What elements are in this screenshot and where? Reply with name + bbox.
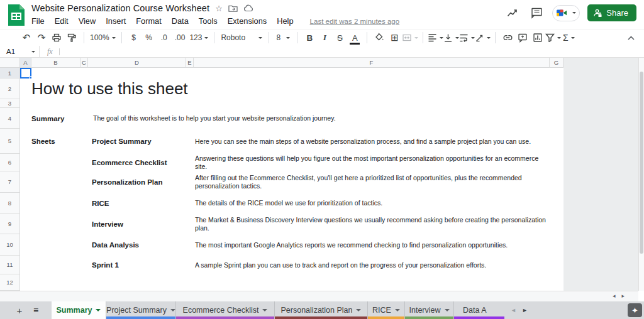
tab-interview[interactable]: Interview (405, 301, 454, 319)
row-header-3[interactable]: 3 (0, 99, 20, 108)
menu-file[interactable]: File (31, 16, 50, 26)
row-header-11[interactable]: 11 (0, 256, 20, 274)
sheet-row-ecommerce-checklist[interactable]: Ecommerce Checklist Answering these ques… (20, 154, 564, 171)
sheet-row-data-analysis[interactable]: Data Analysis The most important Google … (20, 234, 564, 256)
bold-button[interactable]: B (302, 30, 317, 45)
horizontal-align-button[interactable] (428, 30, 443, 45)
row-header-2[interactable]: 2 (0, 78, 20, 99)
selected-cell-a1[interactable] (20, 68, 31, 78)
meet-dropdown-caret[interactable] (572, 12, 576, 14)
menu-tools[interactable]: Tools (194, 16, 223, 26)
cell-area[interactable]: How to use this sheet Summary The goal o… (20, 68, 564, 291)
menu-extensions[interactable]: Extensions (223, 16, 272, 26)
menu-help[interactable]: Help (272, 16, 298, 26)
row-header-9[interactable]: 9 (0, 214, 20, 234)
cloud-saved-icon[interactable] (243, 4, 253, 12)
sheet-row-rice[interactable]: RICE The details of the RICE model we us… (20, 193, 564, 214)
row-header-4[interactable]: 4 (0, 108, 20, 129)
insert-comment-button[interactable] (515, 30, 530, 45)
document-title[interactable]: Website Personalization Course Worksheet (31, 3, 209, 13)
cell-summary-desc[interactable]: The goal of this worksheet is to help yo… (93, 108, 336, 129)
menu-data[interactable]: Data (167, 16, 194, 26)
paint-format-button[interactable] (64, 30, 79, 45)
increase-decimal-button[interactable]: .00 (172, 30, 189, 45)
text-rotation-button[interactable] (475, 30, 491, 45)
row-header-10[interactable]: 10 (0, 234, 20, 256)
vertical-scrollbar-thumb[interactable] (640, 72, 643, 254)
scroll-right-icon[interactable]: ▸ (621, 293, 625, 299)
comment-history-icon[interactable] (528, 5, 545, 21)
vertical-scrollbar[interactable] (638, 58, 644, 291)
menu-edit[interactable]: Edit (50, 16, 74, 26)
sheet-row-personalization-plan[interactable]: Personalization Plan After filling out t… (20, 171, 564, 193)
text-color-button[interactable]: A (347, 30, 362, 45)
tab-project-summary[interactable]: Project Summary (106, 301, 176, 319)
column-header-f[interactable]: F (194, 58, 550, 68)
share-button[interactable]: Share (587, 4, 636, 21)
scroll-left-icon[interactable]: ◂ (613, 293, 616, 299)
select-all-corner[interactable] (0, 58, 20, 68)
tab-scroll-right-icon[interactable]: ► (522, 307, 528, 313)
meet-call-button[interactable] (552, 5, 580, 21)
tab-scroll-left-icon[interactable]: ◄ (511, 307, 516, 313)
sheets-logo-icon[interactable] (7, 3, 26, 27)
format-currency-button[interactable]: $ (126, 30, 142, 45)
column-header-c[interactable]: C (80, 58, 88, 68)
row-header-6[interactable]: 6 (0, 154, 20, 171)
create-filter-button[interactable] (545, 30, 561, 45)
number-format-menu[interactable]: 123 (188, 30, 209, 45)
italic-button[interactable]: I (317, 30, 332, 45)
horizontal-scrollbar[interactable]: ◂ ▸ (0, 291, 638, 301)
zoom-selector[interactable]: 100% (89, 30, 117, 45)
font-selector[interactable]: Roboto (219, 30, 264, 45)
merge-cells-button[interactable] (402, 30, 418, 45)
tab-personalization-plan[interactable]: Personalization Plan (275, 301, 368, 319)
move-to-folder-icon[interactable] (228, 4, 238, 13)
cell-summary-label[interactable]: Summary (31, 108, 64, 129)
insights-icon[interactable] (504, 5, 521, 21)
tab-ecommerce-checklist[interactable]: Ecommerce Checklist (176, 301, 275, 319)
all-sheets-button[interactable]: ≡ (28, 301, 44, 319)
format-percent-button[interactable]: % (142, 30, 157, 45)
tab-data-analysis-clipped[interactable]: Data A (454, 301, 504, 319)
last-edit-link[interactable]: Last edit was 2 minutes ago (310, 18, 400, 25)
undo-button[interactable]: ↶ (19, 30, 34, 45)
redo-button[interactable]: ↷ (34, 30, 49, 45)
column-header-g[interactable]: G (550, 58, 564, 68)
decrease-decimal-button[interactable]: .0 (157, 30, 172, 45)
cell-title[interactable]: How to use this sheet (31, 78, 188, 99)
row-header-5[interactable]: 5 (0, 129, 20, 154)
column-header-e[interactable]: E (186, 58, 194, 68)
tab-summary[interactable]: Summary (52, 301, 106, 319)
sheet-row-interview[interactable]: Interview The Market & Business Discover… (20, 214, 564, 234)
menu-format[interactable]: Format (131, 16, 167, 26)
row-header-7[interactable]: 7 (0, 171, 20, 193)
tab-summary-menu-caret[interactable] (96, 309, 101, 311)
sheet-row-project-summary[interactable]: Project Summary Here you can see the mai… (20, 129, 564, 154)
insert-link-button[interactable] (500, 30, 515, 45)
text-wrapping-button[interactable] (459, 30, 475, 45)
explore-button[interactable]: ✦ (628, 303, 642, 317)
column-header-a[interactable]: A (20, 58, 31, 68)
row-header-1[interactable]: 1 (0, 68, 20, 78)
row-header-12[interactable]: 12 (0, 274, 20, 291)
strikethrough-button[interactable]: S (332, 30, 347, 45)
row-header-8[interactable]: 8 (0, 193, 20, 214)
functions-button[interactable]: Σ (561, 30, 576, 45)
menu-insert[interactable]: Insert (101, 16, 131, 26)
print-button[interactable] (49, 30, 64, 45)
add-sheet-button[interactable]: + (11, 301, 28, 319)
column-header-b[interactable]: B (31, 58, 80, 68)
star-icon[interactable]: ☆ (215, 4, 223, 13)
column-header-d[interactable]: D (88, 58, 186, 68)
cell-name-box[interactable]: A1 (0, 48, 39, 55)
hide-menus-button[interactable] (627, 32, 635, 43)
tab-rice[interactable]: RICE (368, 301, 405, 319)
vertical-align-button[interactable] (443, 30, 459, 45)
fill-color-button[interactable] (372, 30, 387, 45)
sheet-row-sprint-1[interactable]: Sprint 1 A sample Sprint plan you can us… (20, 256, 564, 274)
menu-view[interactable]: View (74, 16, 101, 26)
borders-button[interactable]: ⊞ (387, 30, 402, 45)
font-size-selector[interactable]: 8 (274, 30, 292, 45)
insert-chart-button[interactable] (530, 30, 545, 45)
